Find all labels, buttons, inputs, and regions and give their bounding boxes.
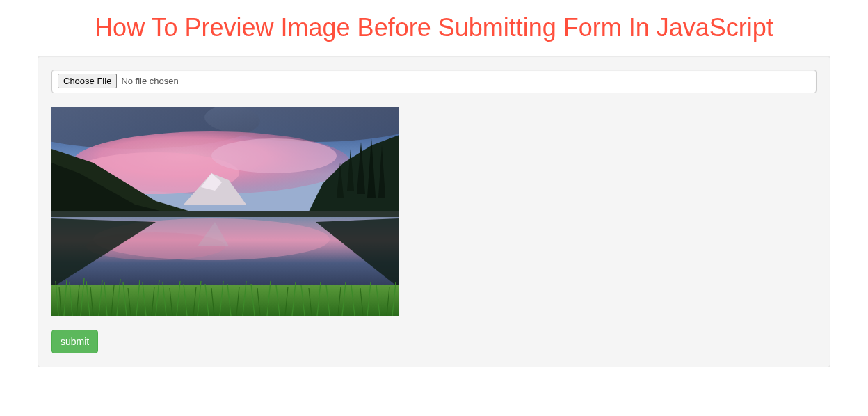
- page-title: How To Preview Image Before Submitting F…: [38, 14, 830, 42]
- svg-point-5: [211, 138, 337, 173]
- image-preview-container: [51, 107, 817, 316]
- svg-rect-23: [51, 285, 399, 316]
- submit-button[interactable]: submit: [51, 330, 98, 353]
- file-status-text: No file chosen: [121, 76, 178, 86]
- image-preview: [51, 107, 399, 316]
- choose-file-button[interactable]: Choose File: [58, 74, 117, 88]
- form-panel: Choose File No file chosen: [38, 56, 830, 367]
- file-input[interactable]: Choose File No file chosen: [51, 70, 817, 93]
